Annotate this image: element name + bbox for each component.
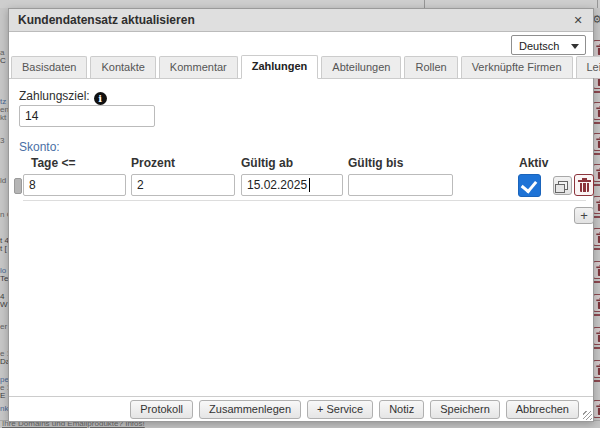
speichern-button[interactable]: Speichern: [430, 400, 500, 419]
zusammenlegen-button[interactable]: Zusammenlegen: [199, 400, 301, 419]
column-header-prozent: Prozent: [131, 156, 175, 170]
customer-update-dialog: Kundendatensatz aktualisieren ✕ Deutsch …: [8, 8, 594, 422]
dialog-titlebar[interactable]: Kundendatensatz aktualisieren ✕: [9, 9, 593, 32]
dialog-title: Kundendatensatz aktualisieren: [18, 13, 195, 27]
notiz-button[interactable]: Notiz: [379, 400, 424, 419]
tab-bar: Basisdaten Kontakte Kommentar Zahlungen …: [9, 56, 593, 79]
zahlungsziel-input[interactable]: [19, 105, 155, 127]
aktiv-checkbox[interactable]: [518, 174, 541, 197]
tab-leistungen-kaeufe[interactable]: Leistungen / Käufe: [576, 56, 600, 78]
resize-grip[interactable]: [583, 411, 592, 420]
skonto-label: Skonto:: [19, 140, 60, 154]
abbrechen-button[interactable]: Abbrechen: [506, 400, 579, 419]
language-row: Deutsch: [9, 32, 593, 56]
protokoll-button[interactable]: Protokoll: [130, 400, 193, 419]
row-drag-handle[interactable]: [14, 178, 22, 194]
trash-icon: [580, 183, 589, 192]
service-button[interactable]: + Service: [307, 400, 373, 419]
zahlungsziel-label: Zahlungsziel:i: [19, 89, 107, 105]
prozent-input[interactable]: [131, 174, 235, 196]
tab-kontakte[interactable]: Kontakte: [90, 56, 155, 78]
delete-row-button[interactable]: [574, 174, 594, 196]
tab-kommentar[interactable]: Kommentar: [159, 56, 238, 78]
copy-icon: [558, 181, 568, 190]
language-select[interactable]: Deutsch: [511, 35, 586, 55]
column-header-gueltig-bis: Gültig bis: [348, 156, 403, 170]
column-header-tage: Tage <=: [31, 156, 75, 170]
add-row-button[interactable]: +: [574, 207, 594, 224]
tab-basisdaten[interactable]: Basisdaten: [11, 56, 87, 78]
column-header-aktiv: Aktiv: [519, 156, 548, 170]
row-separator: [23, 200, 586, 201]
plus-icon: +: [580, 209, 588, 222]
close-icon[interactable]: ✕: [571, 9, 585, 31]
zahlungsziel-label-text: Zahlungsziel:: [19, 89, 90, 103]
language-select-value: Deutsch: [519, 40, 559, 52]
tab-zahlungen[interactable]: Zahlungen: [241, 55, 319, 79]
text-caret: [309, 178, 310, 192]
tage-input[interactable]: [23, 174, 126, 196]
chevron-down-icon: [571, 44, 579, 49]
column-header-gueltig-ab: Gültig ab: [241, 156, 293, 170]
gueltig-ab-input[interactable]: [241, 174, 343, 196]
tab-verknuepfte-firmen[interactable]: Verknüpfte Firmen: [461, 56, 573, 78]
copy-row-button[interactable]: [553, 176, 572, 195]
gueltig-bis-input[interactable]: [348, 174, 453, 196]
info-icon[interactable]: i: [94, 92, 107, 105]
tab-abteilungen[interactable]: Abteilungen: [321, 56, 401, 78]
tab-rollen[interactable]: Rollen: [404, 56, 457, 78]
dialog-footer: Protokoll Zusammenlegen + Service Notiz …: [9, 396, 593, 421]
tab-content-zahlungen: Zahlungsziel:i Skonto: Tage <= Prozent G…: [9, 79, 593, 396]
